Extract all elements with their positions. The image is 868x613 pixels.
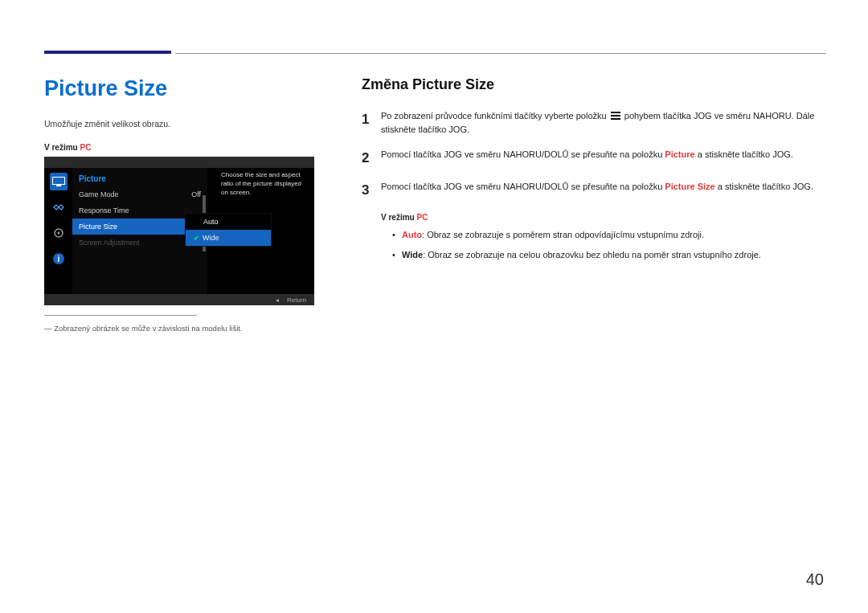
osd-option-auto: Auto: [186, 214, 271, 230]
header-rule: [175, 53, 826, 54]
step-2-pre: Pomocí tlačítka JOG ve směru NAHORU/DOLŮ…: [381, 149, 665, 159]
info-icon: i: [50, 250, 68, 268]
page-number: 40: [806, 570, 824, 589]
option-wide-text: : Obraz se zobrazuje na celou obrazovku …: [423, 250, 761, 260]
osd-submenu: Auto ✔ Wide: [185, 213, 272, 247]
osd-hint-text: Choose the size and aspect ratio of the …: [221, 171, 308, 197]
footnote-text: Zobrazený obrázek se může v závislosti n…: [44, 324, 330, 333]
option-auto-lead: Auto: [402, 230, 422, 239]
svg-rect-2: [56, 185, 61, 186]
mode-label-pc: PC: [80, 143, 91, 152]
osd-side-icons: i: [44, 168, 72, 294]
left-column: Picture Size Umožňuje změnit velikost ob…: [44, 76, 330, 333]
step-2-highlight: Picture: [665, 149, 694, 159]
step-2: 2 Pomocí tlačítka JOG ve směru NAHORU/DO…: [362, 148, 820, 169]
contrast-icon: [50, 198, 68, 216]
osd-row-gamemode-label: Game Mode: [79, 190, 119, 198]
osd-option-wide: ✔ Wide: [186, 230, 271, 246]
option-auto-text: : Obraz se zobrazuje s poměrem stran odp…: [422, 230, 704, 239]
step-number: 1: [362, 109, 381, 137]
step-2-post: a stiskněte tlačítko JOG.: [695, 149, 793, 159]
step-2-text: Pomocí tlačítka JOG ve směru NAHORU/DOLŮ…: [381, 148, 820, 169]
subsection-title: Změna Picture Size: [362, 76, 820, 93]
osd-footer-arrow: ◂: [276, 296, 279, 304]
step-3-highlight: Picture Size: [665, 182, 714, 191]
step-1-text: Po zobrazení průvodce funkčními tlačítky…: [381, 109, 820, 137]
step-3: 3 Pomocí tlačítka JOG ve směru NAHORU/DO…: [362, 180, 820, 201]
option-wide: Wide: Obraz se zobrazuje na celou obrazo…: [392, 248, 820, 262]
steps-list: 1 Po zobrazení průvodce funkčními tlačít…: [362, 109, 820, 202]
option-auto: Auto: Obraz se zobrazuje s poměrem stran…: [392, 228, 820, 242]
svg-rect-1: [53, 178, 64, 184]
monitor-icon: [50, 173, 68, 190]
step-1-pre: Po zobrazení průvodce funkčními tlačítky…: [381, 111, 609, 121]
footnote-rule: [44, 315, 197, 316]
check-icon: ✔: [194, 235, 199, 242]
osd-option-auto-label: Auto: [203, 218, 219, 226]
sub-mode-pc: PC: [416, 213, 428, 222]
right-column: Změna Picture Size 1 Po zobrazení průvod…: [362, 76, 820, 333]
options-list: Auto: Obraz se zobrazuje s poměrem stran…: [392, 228, 820, 262]
osd-row-gamemode-value: Off: [191, 190, 201, 198]
osd-row-screenadjustment-label: Screen Adjustment: [79, 239, 140, 247]
sub-mode-prefix: V režimu: [381, 213, 416, 222]
gear-icon: [50, 224, 68, 242]
sub-mode-label: V režimu PC: [381, 213, 820, 222]
option-wide-lead: Wide: [402, 250, 423, 260]
mode-label-prefix: V režimu: [44, 143, 80, 152]
osd-panel-title: Picture: [72, 171, 207, 186]
menu-icon: [611, 112, 620, 120]
svg-point-4: [57, 232, 59, 235]
step-3-text: Pomocí tlačítka JOG ve směru NAHORU/DOLŮ…: [381, 180, 820, 201]
step-number: 2: [362, 148, 381, 169]
step-1: 1 Po zobrazení průvodce funkčními tlačít…: [362, 109, 820, 137]
osd-body: i Picture Game Mode Off Response Time Pi…: [44, 168, 314, 294]
section-description: Umožňuje změnit velikost obrazu.: [44, 119, 330, 129]
header-accent: [44, 51, 171, 54]
svg-text:i: i: [57, 255, 59, 264]
osd-row-responsetime-label: Response Time: [79, 206, 129, 215]
osd-footer-return: Return: [287, 296, 306, 304]
osd-screenshot: i Picture Game Mode Off Response Time Pi…: [44, 157, 314, 305]
osd-row-picturesize-label: Picture Size: [79, 223, 117, 231]
step-3-pre: Pomocí tlačítka JOG ve směru NAHORU/DOLŮ…: [381, 182, 665, 191]
page-content: Picture Size Umožňuje změnit velikost ob…: [44, 76, 825, 333]
osd-footer: ◂ Return: [44, 294, 314, 305]
osd-option-wide-label: Wide: [203, 234, 219, 242]
osd-row-gamemode: Game Mode Off: [72, 186, 207, 202]
step-number: 3: [362, 180, 381, 201]
mode-label: V režimu PC: [44, 143, 330, 152]
step-3-post: a stiskněte tlačítko JOG.: [715, 182, 813, 191]
section-title: Picture Size: [44, 76, 330, 101]
